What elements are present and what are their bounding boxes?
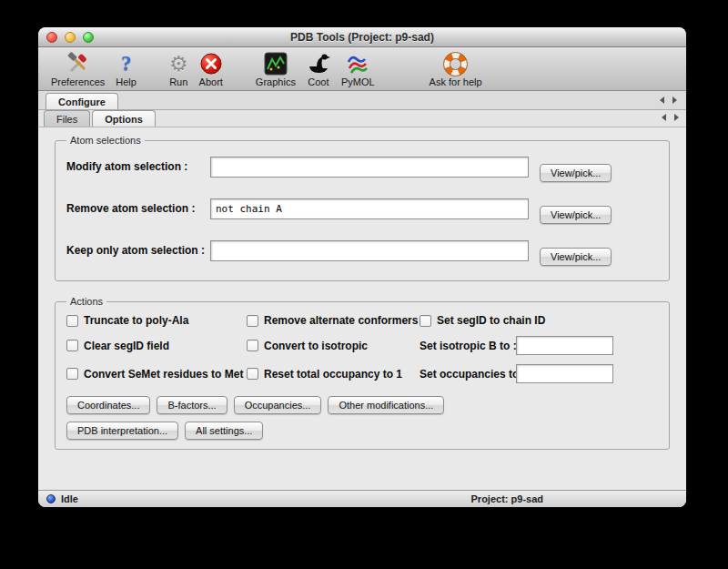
checkbox-set-segid-to-chain-id[interactable]: Set segID to chain ID [420,314,658,327]
abort-label: Abort [199,76,223,87]
modify-selection-label: Modify atom selection : [66,160,210,173]
keep-only-selection-row: Keep only atom selection : View/pick... [66,229,658,271]
run-gear-icon: ⚙ [169,51,188,76]
coordinates-button[interactable]: Coordinates... [66,396,150,414]
graphics-button[interactable]: Graphics [250,51,301,87]
zoom-button[interactable] [83,32,94,43]
occupancies-button[interactable]: Occupancies... [234,396,322,414]
checkbox-label: Clear segID field [84,340,169,352]
atom-selections-title: Atom selections [66,135,145,146]
abort-button[interactable]: Abort [194,51,228,87]
set-isotropic-b-field: Set isotropic B to : [420,336,658,355]
set-occupancies-input[interactable] [516,364,613,383]
checkbox-label: Reset total occupancy to 1 [264,368,402,381]
coot-label: Coot [308,76,329,87]
b-factors-button[interactable]: B-factors... [157,396,227,414]
set-isotropic-b-label: Set isotropic B to : [420,340,516,352]
tab-configure[interactable]: Configure [46,93,118,109]
minimize-button[interactable] [65,32,76,43]
checkbox-label: Truncate to poly-Ala [84,314,188,327]
close-button[interactable] [46,32,57,43]
checkbox-reset-total-occupancy[interactable]: Reset total occupancy to 1 [247,364,420,383]
toolbar: Preferences ? Help ⚙ Run [38,47,686,91]
tab-scroll-arrows [660,97,679,109]
checkbox-truncate-polyala[interactable]: Truncate to poly-Ala [66,314,247,327]
checkbox-clear-segid-field[interactable]: Clear segID field [66,336,247,355]
checkbox-label: Remove alternate conformers [264,314,418,327]
modify-selection-input[interactable] [210,157,529,178]
preferences-label: Preferences [51,76,105,87]
set-occupancies-field: Set occupancies to : [420,364,658,383]
actions-title: Actions [66,296,106,307]
checkbox-convert-to-isotropic[interactable]: Convert to isotropic [247,336,420,355]
checkbox-box [66,340,78,351]
remove-viewpick-button[interactable]: View/pick... [540,206,612,224]
set-isotropic-b-input[interactable] [516,336,613,355]
coot-bird-icon [307,51,330,76]
status-text: Idle [61,493,78,504]
graphics-label: Graphics [256,76,296,87]
tab-files[interactable]: Files [44,110,90,127]
keep-only-viewpick-button[interactable]: View/pick... [540,248,612,266]
preferences-icon [66,51,90,76]
options-panel: Atom selections Modify atom selection : … [38,127,686,490]
other-modifications-button[interactable]: Other modifications... [328,396,444,414]
configure-tab-bar: Configure [38,91,686,110]
checkbox-convert-semet-to-met[interactable]: Convert SeMet residues to Met [66,364,247,383]
checkbox-label: Convert SeMet residues to Met [84,368,243,381]
keep-only-selection-label: Keep only atom selection : [66,244,210,257]
pymol-label: PyMOL [341,76,375,87]
tab-scroll-left-icon[interactable] [662,114,666,121]
all-settings-button[interactable]: All settings... [185,422,263,440]
tab-scroll-right-icon[interactable] [674,114,679,121]
tab-options[interactable]: Options [92,110,156,127]
checkbox-label: Convert to isotropic [264,340,368,352]
coot-button[interactable]: Coot [301,51,336,87]
checkbox-label: Set segID to chain ID [437,314,545,327]
ask-for-help-label: Ask for help [430,76,482,87]
graphics-icon [264,51,288,76]
tab-scroll-right-icon[interactable] [672,97,677,104]
actions-grid: Truncate to poly-Ala Remove alternate co… [66,314,658,383]
preferences-button[interactable]: Preferences [46,51,110,87]
remove-selection-label: Remove atom selection : [66,202,210,215]
pdb-interpretation-button[interactable]: PDB interpretation... [66,422,178,440]
help-button[interactable]: ? Help [110,51,142,87]
checkbox-box [247,368,258,380]
window-title: PDB Tools (Project: p9-sad) [38,31,686,44]
status-bar: Idle Project: p9-sad [38,490,686,507]
modify-selection-row: Modify atom selection : View/pick... [66,146,658,188]
modify-viewpick-button[interactable]: View/pick... [540,164,612,182]
pymol-icon [346,51,369,76]
run-button[interactable]: ⚙ Run [164,51,194,87]
tab-scroll-left-icon[interactable] [660,97,664,104]
remove-selection-input[interactable] [210,198,529,219]
tab-scroll-arrows [662,114,681,127]
checkbox-box [247,315,258,327]
help-icon: ? [121,51,132,76]
status-indicator-icon [46,494,56,503]
pymol-button[interactable]: PyMOL [336,51,380,87]
checkbox-box [247,340,258,351]
checkbox-box [420,315,431,327]
help-label: Help [116,76,136,87]
set-occupancies-label: Set occupancies to : [420,368,516,381]
pdb-tools-window: PDB Tools (Project: p9-sad) Preferences … [38,27,686,507]
files-options-tab-bar: Files Options [38,110,686,127]
lifering-icon [443,51,468,76]
ask-for-help-button[interactable]: Ask for help [424,51,488,87]
keep-only-selection-input[interactable] [210,240,529,261]
checkbox-box [66,368,78,380]
traffic-lights [46,32,94,43]
atom-selections-group: Atom selections Modify atom selection : … [55,135,670,281]
project-label: Project: p9-sad [471,493,543,504]
actions-group: Actions Truncate to poly-Ala Remove alte… [55,296,670,450]
checkbox-remove-alternate-conformers[interactable]: Remove alternate conformers [247,314,420,327]
action-buttons-row-1: Coordinates... B-factors... Occupancies.… [66,396,658,414]
window-titlebar[interactable]: PDB Tools (Project: p9-sad) [38,27,686,47]
run-label: Run [169,76,187,87]
action-buttons-row-2: PDB interpretation... All settings... [66,422,658,440]
remove-selection-row: Remove atom selection : View/pick... [66,188,658,229]
abort-icon [200,51,222,76]
checkbox-box [66,315,78,327]
